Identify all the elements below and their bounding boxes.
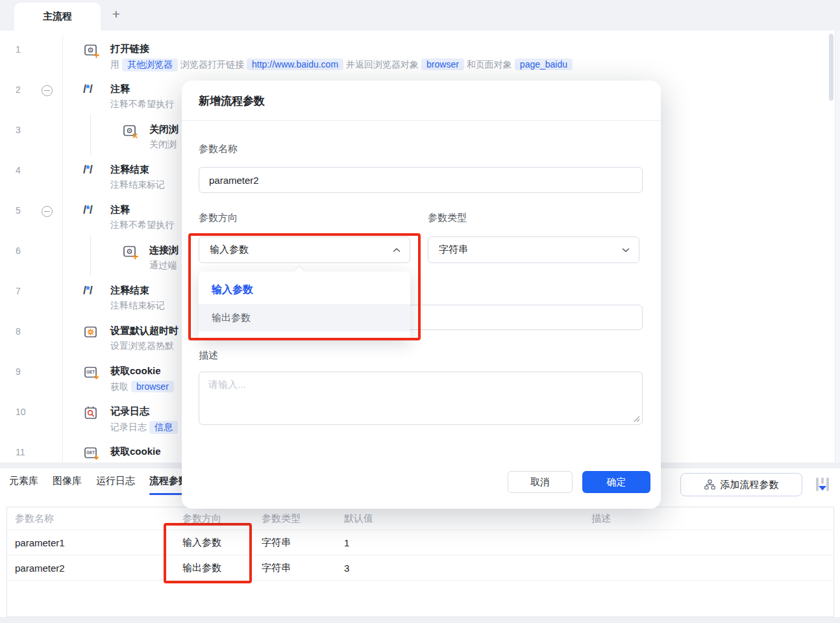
svg-text:GET: GET: [86, 370, 95, 374]
step-desc: 记录日志信息: [110, 421, 180, 434]
page-bottom-strip: [0, 617, 840, 623]
step-title: 连接浏: [149, 244, 179, 257]
bottom-tab-图像库[interactable]: 图像库: [53, 475, 82, 495]
org-chart-icon: [704, 479, 715, 490]
modal-title: 新增流程参数: [199, 94, 265, 108]
table-header-cell: 描述: [591, 513, 834, 525]
step-number: 10: [16, 407, 26, 417]
step-number: 11: [16, 447, 25, 457]
param-name-input[interactable]: [199, 167, 643, 193]
comment-icon: /*/: [83, 83, 100, 99]
param-badge[interactable]: page_baidu: [515, 58, 573, 70]
flow-tab-bar: 主流程 +: [0, 0, 840, 31]
flow-step-1[interactable]: 1打开链接用其他浏览器浏览器打开链接http://www.baidu.com并返…: [0, 39, 840, 79]
param-name-label: 参数名称: [199, 143, 238, 155]
add-flow-param-label: 添加流程参数: [721, 479, 779, 491]
step-desc: 注释结束标记: [110, 300, 165, 312]
step-desc: 获取browser: [110, 381, 177, 393]
step-desc-text: 关闭浏: [149, 139, 177, 149]
table-header-cell: 默认值: [344, 513, 591, 525]
step-desc-text: 并返回浏览器对象: [346, 59, 419, 70]
step-desc-text: 浏览器打开链接: [180, 59, 244, 70]
param-direction-label: 参数方向: [199, 212, 238, 224]
comment-end-icon: /*/: [83, 163, 100, 180]
step-desc: 用其他浏览器浏览器打开链接http://www.baidu.com并返回浏览器对…: [110, 58, 575, 71]
add-tab-button[interactable]: +: [108, 6, 125, 23]
param-badge[interactable]: browser: [421, 58, 464, 70]
step-title: 注释结束: [110, 164, 149, 176]
step-desc-text: 注释结束标记: [110, 179, 165, 190]
chevron-down-icon: [622, 248, 630, 253]
bottom-tab-元素库[interactable]: 元素库: [9, 475, 38, 495]
param-badge[interactable]: browser: [131, 381, 174, 392]
add-param-modal: 新增流程参数 参数名称 参数方向 参数类型 输入参数 字符串 输入参数输出参数 …: [182, 81, 661, 509]
step-number: 9: [16, 366, 21, 377]
step-desc-text: 注释不希望执行: [110, 99, 174, 109]
confirm-button[interactable]: 确定: [582, 471, 650, 493]
bottom-tab-bar: 元素库图像库运行日志流程参数: [9, 475, 188, 495]
step-desc: 关闭浏: [149, 139, 177, 151]
description-label: 描述: [199, 350, 218, 362]
table-cell: 1: [344, 537, 591, 548]
add-flow-param-button[interactable]: 添加流程参数: [680, 473, 802, 496]
table-row[interactable]: parameter1输入参数字符串1: [7, 530, 834, 555]
step-number: 7: [16, 286, 21, 296]
param-table: 参数名称参数方向参数类型默认值描述 parameter1输入参数字符串1para…: [6, 507, 834, 617]
step-desc: 通过端: [149, 260, 177, 272]
indent-guide: [90, 235, 91, 275]
step-number: 1: [16, 44, 21, 55]
modal-header-divider: [182, 120, 661, 121]
step-desc-text: 注释不希望执行: [110, 220, 174, 230]
param-type-select[interactable]: 字符串: [428, 236, 639, 263]
collapse-step-button[interactable]: [42, 85, 53, 96]
param-badge[interactable]: 其他浏览器: [122, 58, 178, 71]
tab-main-flow[interactable]: 主流程: [14, 3, 101, 31]
step-desc-text: 用: [110, 59, 119, 70]
dropdown-option-1[interactable]: 输入参数: [199, 275, 410, 304]
step-number: 6: [16, 246, 21, 256]
get-cookie-icon: GET: [83, 364, 100, 381]
collapse-panel-icon[interactable]: [815, 477, 832, 494]
canvas-right-gutter: [835, 31, 840, 463]
step-title: 注释: [110, 83, 130, 95]
step-number: 2: [16, 84, 21, 95]
table-header-cell: 参数名称: [15, 513, 182, 525]
step-number: 4: [16, 165, 21, 175]
canvas-scrollbar[interactable]: [829, 34, 834, 101]
dropdown-caret: [295, 267, 304, 276]
step-desc-text: 和页面对象: [467, 59, 512, 70]
table-header-cell: 参数方向: [182, 513, 262, 525]
step-desc-text: 记录日志: [110, 422, 147, 432]
table-cell: 输入参数: [182, 537, 262, 549]
step-desc-text: 注释结束标记: [110, 300, 165, 311]
step-title: 打开链接: [110, 43, 149, 55]
table-row[interactable]: parameter2输出参数字符串3: [7, 555, 834, 581]
dropdown-option-2[interactable]: 输出参数: [199, 304, 410, 331]
description-textarea[interactable]: [199, 372, 643, 425]
table-cell: parameter2: [15, 563, 182, 574]
direction-dropdown-menu: 输入参数输出参数: [199, 272, 410, 340]
collapse-step-button[interactable]: [42, 206, 53, 217]
table-cell: 字符串: [262, 537, 344, 549]
param-type-label: 参数类型: [428, 212, 467, 224]
step-title: 关闭浏: [149, 123, 179, 136]
cancel-button[interactable]: 取消: [508, 471, 573, 493]
step-desc: 注释结束标记: [110, 179, 165, 191]
param-badge[interactable]: http://www.baidu.com: [247, 58, 343, 70]
set-timeout-icon: [83, 324, 100, 341]
step-desc-text: 设置浏览器热默: [110, 340, 174, 351]
param-direction-select[interactable]: 输入参数: [199, 236, 410, 263]
param-badge[interactable]: 信息: [149, 421, 178, 434]
bottom-tab-运行日志[interactable]: 运行日志: [96, 475, 135, 495]
comment-end-icon: /*/: [83, 284, 100, 301]
step-title: 注释: [110, 204, 130, 216]
connect-browser-icon: [122, 244, 139, 261]
table-cell: 输出参数: [182, 562, 262, 574]
step-desc-text: 获取: [110, 381, 129, 392]
get-cookie-icon: GET: [83, 445, 100, 462]
chevron-up-icon: [393, 248, 401, 253]
step-title: 注释结束: [110, 285, 149, 297]
step-title: 获取cookie: [110, 365, 161, 377]
step-title: 记录日志: [110, 405, 149, 418]
step-desc-text: 通过端: [149, 260, 177, 270]
